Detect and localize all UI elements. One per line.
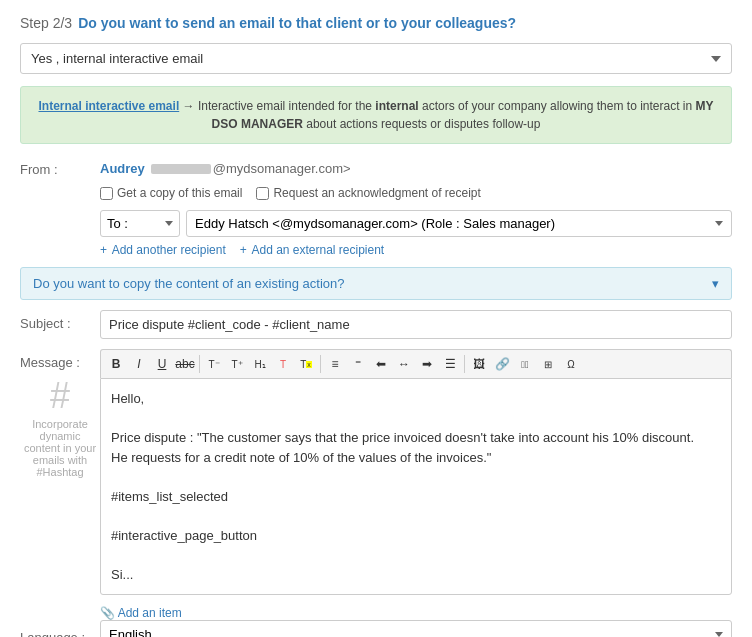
editor-line-2: Price dispute : "The customer says that … [111,428,721,467]
add-item-row: 📎 Add an item [100,605,732,620]
from-email-masked [151,164,211,174]
plus-icon-another: + [100,243,107,257]
copy-action-chevron-icon: ▾ [712,276,719,291]
copy-action-bar[interactable]: Do you want to copy the content of an ex… [20,267,732,300]
editor-body[interactable]: Hello, Price dispute : "The customer say… [100,378,732,595]
toolbar-bold[interactable]: B [105,353,127,375]
step-header: Step 2/3 Do you want to send an email to… [20,15,732,31]
toolbar-table[interactable]: ⊞ [537,353,559,375]
toolbar-align-justify[interactable]: ☰ [439,353,461,375]
editor-line-1: Hello, [111,389,721,409]
toolbar-list-ul[interactable]: ≡ [324,353,346,375]
info-arrow: → [183,99,198,113]
hashtag-hint-text: Incorporate dynamic content in your emai… [20,418,100,478]
language-select[interactable]: English [100,620,732,637]
subject-label: Subject : [20,310,100,331]
to-type-select[interactable]: To : [100,210,180,237]
info-desc3: about actions requests or disputes follo… [306,117,540,131]
from-email-domain: @mydsomanager.com> [213,161,351,176]
toolbar-unlink[interactable]: 🔗⃠ [514,353,536,375]
toolbar-underline[interactable]: U [151,353,173,375]
from-content: Audrey @mydsomanager.com> Get a copy of … [100,156,732,200]
toolbar-sep-1 [199,355,200,373]
toolbar-strikethrough[interactable]: abc [174,353,196,375]
toolbar-special[interactable]: Ω [560,353,582,375]
toolbar-align-left[interactable]: ⬅ [370,353,392,375]
from-name: Audrey [100,161,145,176]
message-area: Message : # Incorporate dynamic content … [20,349,732,595]
language-row: Language : English [20,620,732,637]
toolbar-bg-color[interactable]: Tx [295,353,317,375]
clip-icon: 📎 [100,606,115,620]
step-question: Do you want to send an email to that cli… [78,15,516,31]
hashtag-hint: # Incorporate dynamic content in your em… [20,370,100,486]
info-link-text: Internal interactive email [38,99,179,113]
info-box: Internal interactive email → Interactive… [20,86,732,144]
from-row: From : Audrey @mydsomanager.com> Get a c… [20,156,732,200]
to-label-spacer [20,210,100,216]
editor-line-5: Si... [111,565,721,585]
editor-toolbar: B I U abc T⁻ T⁺ H₁ T Tx ≡ ⁼ ⬅ ↔ ➡ ☰ 🖼 🔗 [100,349,732,378]
copy-checkbox-label[interactable]: Get a copy of this email [100,186,242,200]
copy-action-text: Do you want to copy the content of an ex… [33,276,344,291]
toolbar-sep-3 [464,355,465,373]
info-bold-internal: internal [375,99,418,113]
from-line: Audrey @mydsomanager.com> [100,156,732,181]
copy-checkbox[interactable] [100,187,113,200]
plus-icon-external: + [240,243,247,257]
from-label: From : [20,156,100,177]
subject-content [100,310,732,339]
toolbar-list-ol[interactable]: ⁼ [347,353,369,375]
hashtag-symbol: # [50,378,70,414]
to-row: To : Eddy Hatsch <@mydsomanager.com> (Ro… [20,210,732,257]
toolbar-align-center[interactable]: ↔ [393,353,415,375]
add-item-link[interactable]: 📎 Add an item [100,606,182,620]
info-desc2: actors of your company allowing them to … [422,99,695,113]
toolbar-align-right[interactable]: ➡ [416,353,438,375]
ack-checkbox-text: Request an acknowledgment of receipt [273,186,480,200]
step-label: Step 2/3 [20,15,72,31]
toolbar-italic[interactable]: I [128,353,150,375]
email-type-select[interactable]: Yes , internal interactive email [20,43,732,74]
toolbar-link[interactable]: 🔗 [491,353,513,375]
message-label: Message : [20,349,100,370]
to-content: To : Eddy Hatsch <@mydsomanager.com> (Ro… [100,210,732,257]
to-recipient-select[interactable]: Eddy Hatsch <@mydsomanager.com> (Role : … [186,210,732,237]
toolbar-sep-2 [320,355,321,373]
toolbar-font-plus[interactable]: T⁺ [226,353,248,375]
to-select-row: To : Eddy Hatsch <@mydsomanager.com> (Ro… [100,210,732,237]
message-left-col: Message : # Incorporate dynamic content … [20,349,100,486]
toolbar-h1[interactable]: H₁ [249,353,271,375]
add-recipient-row: + Add another recipient + Add an externa… [100,243,732,257]
editor-line-4: #interactive_page_button [111,526,721,546]
toolbar-font-size[interactable]: T⁻ [203,353,225,375]
page-container: Step 2/3 Do you want to send an email to… [0,0,752,637]
subject-input[interactable] [100,310,732,339]
from-checkboxes: Get a copy of this email Request an ackn… [100,186,732,200]
subject-row: Subject : [20,310,732,339]
info-desc1: Interactive email intended for the [198,99,375,113]
language-label: Language : [20,624,100,637]
ack-checkbox[interactable] [256,187,269,200]
message-editor: B I U abc T⁻ T⁺ H₁ T Tx ≡ ⁼ ⬅ ↔ ➡ ☰ 🖼 🔗 [100,349,732,595]
toolbar-image[interactable]: 🖼 [468,353,490,375]
copy-checkbox-text: Get a copy of this email [117,186,242,200]
ack-checkbox-label[interactable]: Request an acknowledgment of receipt [256,186,480,200]
add-another-recipient-link[interactable]: + Add another recipient [100,243,226,257]
toolbar-font-color[interactable]: T [272,353,294,375]
editor-line-3: #items_list_selected [111,487,721,507]
add-external-recipient-link[interactable]: + Add an external recipient [240,243,384,257]
